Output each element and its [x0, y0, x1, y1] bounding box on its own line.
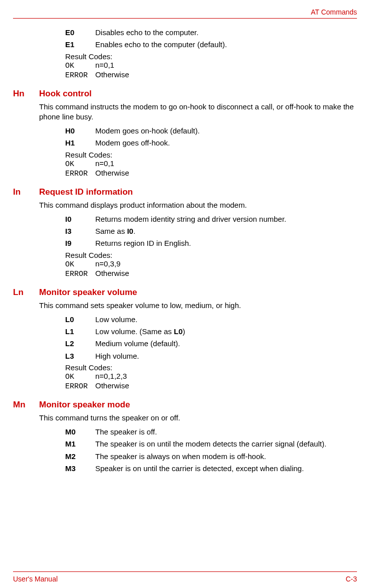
section-code: Hn: [13, 89, 39, 99]
result-row: OK n=0,3,9: [65, 259, 355, 269]
option-code: E0: [65, 28, 95, 37]
section-heading-ln: Ln Monitor speaker volume: [13, 287, 355, 298]
option-row: M0 The speaker is off.: [65, 427, 355, 437]
section-paragraph: This command sets speaker volume to low,…: [39, 301, 355, 311]
section-heading-in: In Request ID information: [13, 187, 355, 197]
footer-left: User's Manual: [13, 575, 58, 583]
option-desc: Low volume.: [95, 315, 355, 325]
section-title: Hook control: [39, 89, 92, 99]
result-ok-value: n=0,3,9: [95, 259, 355, 268]
option-row: E1 Enables echo to the computer (default…: [65, 40, 355, 50]
desc-bold: I0: [127, 227, 133, 235]
option-code: M1: [65, 439, 95, 448]
result-row: ERROR Otherwise: [65, 70, 355, 80]
result-codes-label: Result Codes:: [65, 251, 355, 259]
option-code: M0: [65, 427, 95, 436]
option-code: L1: [65, 327, 95, 336]
option-code: L2: [65, 339, 95, 348]
section-paragraph: This command instructs the modem to go o…: [39, 102, 355, 122]
desc-pre: Same as: [95, 227, 127, 235]
option-desc: Same as I0.: [95, 226, 355, 236]
result-row: OK n=0,1: [65, 61, 355, 70]
option-row: M1 The speaker is on until the modem det…: [65, 439, 355, 449]
result-error: ERROR: [65, 382, 95, 391]
result-row: OK n=0,1: [65, 159, 355, 169]
result-codes-label: Result Codes:: [65, 363, 355, 372]
option-desc: Speaker is on until the carrier is detec…: [95, 464, 355, 474]
option-code: M2: [65, 452, 95, 461]
option-desc: High volume.: [95, 351, 355, 361]
desc-post: .: [133, 227, 135, 235]
option-code: H0: [65, 126, 95, 135]
result-row: ERROR Otherwise: [65, 169, 355, 178]
option-desc: Enables echo to the computer (default).: [95, 40, 355, 50]
section-code: Ln: [13, 287, 39, 298]
option-row: I9 Returns region ID in English.: [65, 238, 355, 248]
section-heading-mn: Mn Monitor speaker mode: [13, 400, 355, 410]
section-title: Monitor speaker mode: [39, 400, 130, 410]
desc-post: ): [182, 327, 185, 336]
option-desc: Disables echo to the computer.: [95, 28, 355, 38]
option-desc: The speaker is always on when modem is o…: [95, 452, 355, 462]
result-codes-label: Result Codes:: [65, 151, 355, 159]
option-desc: The speaker is on until the modem detect…: [95, 439, 355, 449]
page-header: AT Commands: [13, 8, 357, 19]
option-desc: Returns modem identity string and driver…: [95, 214, 355, 224]
section-title: Monitor speaker volume: [39, 287, 137, 298]
result-error: ERROR: [65, 71, 95, 80]
option-code: H1: [65, 138, 95, 147]
result-error: ERROR: [65, 270, 95, 278]
result-error-value: Otherwise: [95, 169, 355, 177]
option-row: L2 Medium volume (default).: [65, 339, 355, 349]
section-code: In: [13, 187, 39, 197]
option-row: I3 Same as I0.: [65, 226, 355, 236]
result-row: ERROR Otherwise: [65, 381, 355, 391]
option-row: H0 Modem goes on-hook (default).: [65, 126, 355, 136]
page-footer: User's Manual C-3: [13, 571, 357, 583]
option-row: M3 Speaker is on until the carrier is de…: [65, 464, 355, 474]
option-row: H1 Modem goes off-hook.: [65, 138, 355, 148]
option-code: I9: [65, 239, 95, 247]
option-desc: Returns region ID in English.: [95, 238, 355, 248]
option-code: I0: [65, 215, 95, 223]
header-title: AT Commands: [311, 8, 357, 16]
option-row: L1 Low volume. (Same as L0): [65, 327, 355, 337]
result-ok: OK: [65, 373, 95, 381]
result-error-value: Otherwise: [95, 269, 355, 277]
result-ok-value: n=0,1: [95, 61, 355, 69]
option-code: E1: [65, 40, 95, 49]
option-code: I3: [65, 227, 95, 235]
section-code: Mn: [13, 400, 39, 410]
result-ok-value: n=0,1,2,3: [95, 372, 355, 380]
result-ok: OK: [65, 160, 95, 169]
desc-bold: L0: [174, 327, 183, 336]
option-row: I0 Returns modem identity string and dri…: [65, 214, 355, 224]
option-row: L0 Low volume.: [65, 315, 355, 325]
result-error-value: Otherwise: [95, 70, 355, 79]
section-paragraph: This command displays product informatio…: [39, 200, 355, 210]
page-content: E0 Disables echo to the computer. E1 Ena…: [39, 28, 355, 506]
option-desc: Medium volume (default).: [95, 339, 355, 349]
result-row: ERROR Otherwise: [65, 269, 355, 278]
option-row: L3 High volume.: [65, 351, 355, 361]
section-paragraph: This command turns the speaker on or off…: [39, 413, 355, 423]
desc-pre: Low volume. (Same as: [95, 327, 174, 336]
option-desc: The speaker is off.: [95, 427, 355, 437]
result-error-value: Otherwise: [95, 381, 355, 390]
section-title: Request ID information: [39, 187, 133, 197]
result-ok-value: n=0,1: [95, 159, 355, 168]
section-heading-hn: Hn Hook control: [13, 89, 355, 99]
result-ok: OK: [65, 62, 95, 70]
result-row: OK n=0,1,2,3: [65, 372, 355, 381]
result-codes-label: Result Codes:: [65, 52, 355, 61]
footer-right: C-3: [345, 575, 357, 583]
option-code: L3: [65, 352, 95, 360]
result-error: ERROR: [65, 170, 95, 178]
result-ok: OK: [65, 260, 95, 269]
option-desc: Low volume. (Same as L0): [95, 327, 355, 337]
option-row: E0 Disables echo to the computer.: [65, 28, 355, 38]
option-desc: Modem goes off-hook.: [95, 138, 355, 148]
option-code: L0: [65, 315, 95, 324]
option-row: M2 The speaker is always on when modem i…: [65, 452, 355, 462]
option-code: M3: [65, 464, 95, 473]
